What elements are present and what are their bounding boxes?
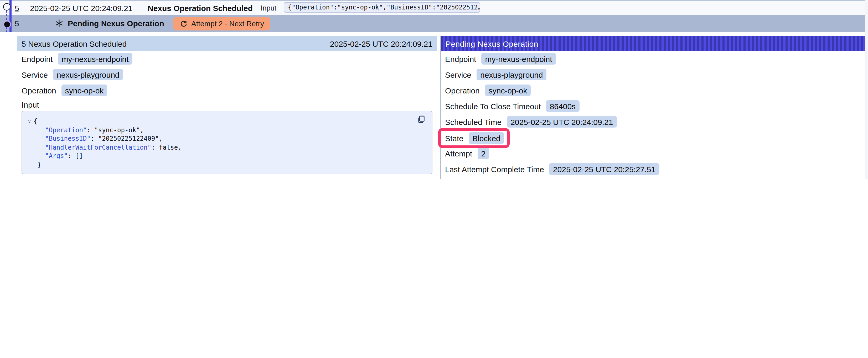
event-title: Nexus Operation Scheduled (148, 4, 253, 12)
field-value-chip: nexus-playground (53, 69, 123, 80)
timeline-dash (6, 27, 7, 29)
field-label: Last Attempt Complete Time (445, 165, 544, 173)
event-row-scheduled[interactable]: 5 2025-02-25 UTC 20:24:09.21 Nexus Opera… (0, 1, 868, 15)
annotation-box-state: State Blocked (438, 128, 510, 148)
right-panel-title: Pending Nexus Operation (445, 39, 538, 48)
field-label: Operation (22, 86, 56, 95)
field-value-chip: 2 (477, 148, 489, 159)
field-row-scheduled-time: Scheduled Time 2025-02-25 UTC 20:24:09.2… (445, 116, 617, 128)
code-line: "Args": [] (34, 152, 83, 160)
code-line: "BusinessID": "20250225122409", (34, 134, 163, 143)
event-id-link[interactable]: 5 (15, 4, 19, 12)
field-label: Attempt (445, 149, 472, 158)
field-value-chip: my-nexus-endpoint (481, 53, 556, 65)
field-label: Service (22, 70, 48, 79)
input-json-block: ∨{ "Operation": "sync-op-ok", "BusinessI… (22, 111, 432, 174)
state-value-chip: Blocked (469, 132, 504, 144)
code-line: "HandlerWaitForCancellation": false, (34, 143, 182, 152)
field-label: Schedule To Close Timeout (445, 102, 541, 110)
code-line: } (34, 160, 41, 169)
temporal-event-history-screen: 5 2025-02-25 UTC 20:24:09.21 Nexus Opera… (0, 0, 868, 179)
field-label: State (445, 134, 463, 142)
code-line: { (34, 117, 37, 126)
field-label: Operation (445, 86, 480, 95)
field-row-service: Service nexus-playground (445, 69, 547, 80)
retry-attempt-badge: Attempt 2 · Next Retry (174, 17, 270, 30)
field-value-chip: 2025-02-25 UTC 20:25:27.51 (549, 163, 659, 175)
field-row-schedule-to-close: Schedule To Close Timeout 86400s (445, 100, 579, 112)
field-row-attempt: Attempt 2 (445, 148, 489, 159)
field-value-chip: my-nexus-endpoint (58, 53, 132, 65)
collapse-chevron-icon[interactable]: ∨ (25, 117, 34, 126)
asterisk-icon (55, 19, 64, 28)
field-value-chip: 86400s (546, 100, 579, 112)
retry-badge-label: Attempt 2 · Next Retry (191, 20, 264, 28)
pending-id-link[interactable]: 5 (15, 19, 19, 28)
event-timestamp: 2025-02-25 UTC 20:24:09.21 (30, 4, 132, 12)
input-section-label: Input (22, 100, 39, 109)
field-row-operation: Operation sync-op-ok (445, 85, 531, 96)
timeline-dash (6, 14, 7, 16)
timeline-dash (6, 10, 7, 12)
pending-operation-panel: Pending Nexus Operation Endpoint my-nexu… (440, 36, 865, 179)
field-value-chip: nexus-playground (476, 69, 547, 80)
timeline-dash (6, 30, 7, 32)
field-value-chip: sync-op-ok (61, 85, 107, 96)
field-label: Scheduled Time (445, 117, 501, 126)
event-row-pending[interactable]: 5 Pending Nexus Operation Attempt 2 · Ne… (0, 15, 868, 32)
field-row-service: Service nexus-playground (22, 69, 123, 80)
field-label: Endpoint (22, 54, 53, 63)
retry-icon (180, 20, 188, 28)
timeline-current-node-icon[interactable] (3, 20, 11, 28)
field-row-endpoint: Endpoint my-nexus-endpoint (445, 53, 556, 65)
field-value-chip: 2025-02-25 UTC 20:24:09.21 (507, 116, 617, 128)
pending-title: Pending Nexus Operation (68, 19, 164, 28)
timeline-dash (6, 18, 7, 20)
scheduled-event-detail-panel: 5 Nexus Operation Scheduled 2025-02-25 U… (17, 36, 437, 179)
field-value-chip: sync-op-ok (485, 85, 531, 96)
left-panel-timestamp: 2025-02-25 UTC 20:24:09.21 (330, 39, 432, 48)
field-row-last-attempt-complete: Last Attempt Complete Time 2025-02-25 UT… (445, 163, 659, 175)
timeline-event-node-icon[interactable] (3, 3, 10, 10)
left-panel-header[interactable]: 5 Nexus Operation Scheduled 2025-02-25 U… (17, 36, 437, 51)
copy-icon[interactable] (417, 115, 426, 124)
field-row-operation: Operation sync-op-ok (22, 85, 107, 96)
field-label: Endpoint (445, 54, 476, 63)
left-panel-title: 5 Nexus Operation Scheduled (22, 39, 127, 48)
input-preview-chip: {"Operation":"sync-op-ok","BusinessID":"… (284, 2, 480, 12)
field-label: Service (445, 70, 471, 79)
right-panel-header[interactable]: Pending Nexus Operation (441, 36, 865, 51)
scrollbar-track[interactable] (865, 0, 868, 179)
input-label: Input (260, 4, 276, 12)
code-line: "Operation": "sync-op-ok", (34, 126, 144, 134)
field-row-endpoint: Endpoint my-nexus-endpoint (22, 53, 132, 65)
